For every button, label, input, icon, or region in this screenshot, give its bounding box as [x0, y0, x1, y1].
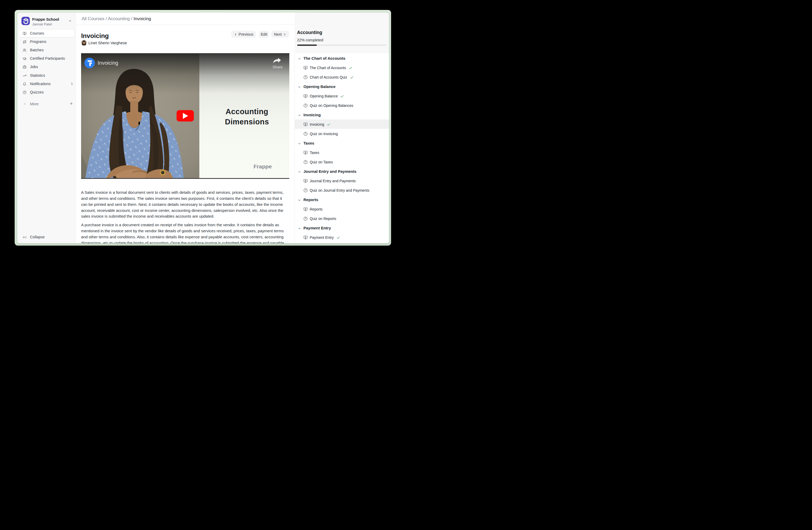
svg-text:Share: Share	[273, 65, 283, 69]
svg-text:Frappe: Frappe	[253, 163, 272, 169]
svg-text:Accounting: Accounting	[226, 107, 269, 116]
svg-text:Dimensions: Dimensions	[225, 117, 269, 126]
svg-text:Invoicing: Invoicing	[98, 60, 118, 66]
